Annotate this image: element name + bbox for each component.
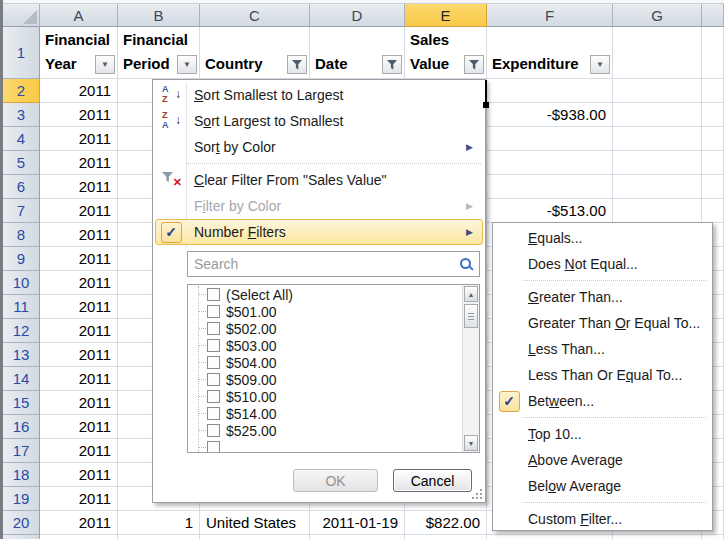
column-header-E[interactable]: E <box>405 4 487 27</box>
menu-item-less-than[interactable]: Less Than... <box>495 336 710 362</box>
row-header-18[interactable]: 18 <box>3 463 40 487</box>
cell-f5[interactable] <box>487 151 613 175</box>
resize-grip[interactable] <box>470 489 482 499</box>
cell-a18[interactable]: 2011 <box>40 463 118 487</box>
value-item-select-all[interactable]: (Select All) <box>188 286 462 303</box>
header-cell-country[interactable]: Country <box>200 27 310 79</box>
row-header-6[interactable]: 6 <box>3 175 40 199</box>
value-item[interactable]: $504.00 <box>188 354 462 371</box>
cell-g6[interactable] <box>613 175 702 199</box>
menu-item-less-than-or-equal-to[interactable]: Less Than Or Equal To... <box>495 362 710 388</box>
value-item[interactable]: $510.00 <box>188 388 462 405</box>
cell-c20[interactable]: United States <box>200 511 310 535</box>
value-item[interactable]: $509.00 <box>188 371 462 388</box>
value-item[interactable]: $503.00 <box>188 337 462 354</box>
header-cell-period[interactable]: FinancialPeriod▼ <box>118 27 200 79</box>
cell-a9[interactable]: 2011 <box>40 247 118 271</box>
row-header-10[interactable]: 10 <box>3 271 40 295</box>
list-scrollbar[interactable]: ▲ ▼ <box>462 285 479 452</box>
scroll-down-button[interactable]: ▼ <box>464 435 478 451</box>
cell-a7[interactable]: 2011 <box>40 199 118 223</box>
cell-e20[interactable]: $822.00 <box>405 511 487 535</box>
cell-a8[interactable]: 2011 <box>40 223 118 247</box>
value-item[interactable]: $525.00 <box>188 422 462 439</box>
cell-g5[interactable] <box>613 151 702 175</box>
menu-item-greater-than[interactable]: Greater Than... <box>495 284 710 310</box>
row-header-17[interactable]: 17 <box>3 439 40 463</box>
dropdown-arrow-button[interactable]: ▼ <box>177 55 197 74</box>
header-cell-empty[interactable] <box>613 27 702 79</box>
cell-a5[interactable]: 2011 <box>40 151 118 175</box>
cell-g2[interactable] <box>613 79 702 103</box>
cell-d20[interactable]: 2011-01-19 <box>310 511 405 535</box>
cell-a16[interactable]: 2011 <box>40 415 118 439</box>
row-header-3[interactable]: 3 <box>3 103 40 127</box>
search-icon[interactable] <box>460 258 471 269</box>
cell-a19[interactable]: 2011 <box>40 487 118 511</box>
cancel-button[interactable]: Cancel <box>393 469 472 492</box>
menu-item-clear-filter[interactable]: ✕Clear Filter From "Sales Value" <box>155 167 483 193</box>
checkbox-unchecked[interactable] <box>207 322 220 335</box>
row-header-12[interactable]: 12 <box>3 319 40 343</box>
menu-item-sort-smallest-to-largest[interactable]: AZ↓Sort Smallest to Largest <box>155 82 483 108</box>
checkbox-unchecked[interactable] <box>207 305 220 318</box>
cell-a14[interactable]: 2011 <box>40 367 118 391</box>
ok-button[interactable]: OK <box>293 469 378 492</box>
cell-a11[interactable]: 2011 <box>40 295 118 319</box>
active-cell-fill-handle[interactable] <box>483 102 489 108</box>
row-header-4[interactable]: 4 <box>3 127 40 151</box>
row-header-partial[interactable] <box>3 535 40 539</box>
column-header-B[interactable]: B <box>118 4 200 27</box>
checkbox-unchecked[interactable] <box>207 407 220 420</box>
search-input[interactable] <box>187 251 480 277</box>
header-cell-value[interactable]: SalesValue <box>405 27 487 79</box>
checkbox-unchecked[interactable] <box>207 356 220 369</box>
column-header-D[interactable]: D <box>310 4 405 27</box>
value-item[interactable]: $514.00 <box>188 405 462 422</box>
scroll-up-button[interactable]: ▲ <box>464 286 478 302</box>
scrollbar-thumb[interactable] <box>464 304 478 328</box>
menu-item-below-average[interactable]: Below Average <box>495 473 710 499</box>
dropdown-arrow-button[interactable]: ▼ <box>590 55 610 74</box>
checkbox-unchecked[interactable] <box>207 373 220 386</box>
menu-item-greater-than-or-equal-to[interactable]: Greater Than Or Equal To... <box>495 310 710 336</box>
cell-a13[interactable]: 2011 <box>40 343 118 367</box>
cell-e[interactable] <box>405 535 487 539</box>
row-header-1[interactable]: 1 <box>3 27 40 79</box>
cell-g3[interactable] <box>613 103 702 127</box>
row-header-16[interactable]: 16 <box>3 415 40 439</box>
menu-item-above-average[interactable]: Above Average <box>495 447 710 473</box>
cell-b[interactable] <box>118 535 200 539</box>
column-header-partial[interactable] <box>702 4 724 27</box>
cell-a17[interactable]: 2011 <box>40 439 118 463</box>
dropdown-arrow-button[interactable]: ▼ <box>95 55 115 74</box>
cell-f2[interactable] <box>487 79 613 103</box>
column-header-C[interactable]: C <box>200 4 310 27</box>
menu-item-between[interactable]: ✓Between... <box>495 388 710 414</box>
row-header-15[interactable]: 15 <box>3 391 40 415</box>
menu-item-filter-by-color[interactable]: Filter by Color▶ <box>155 193 483 219</box>
filter-applied-button[interactable] <box>287 55 307 74</box>
value-item[interactable] <box>188 439 462 452</box>
row-header-7[interactable]: 7 <box>3 199 40 223</box>
menu-item-does-not-equal[interactable]: Does Not Equal... <box>495 251 710 277</box>
cell-f3[interactable]: -$938.00 <box>487 103 613 127</box>
cell-f6[interactable] <box>487 175 613 199</box>
row-header-20[interactable]: 20 <box>3 511 40 535</box>
cell-f4[interactable] <box>487 127 613 151</box>
cell-a6[interactable]: 2011 <box>40 175 118 199</box>
checkbox-unchecked[interactable] <box>207 339 220 352</box>
cell-g[interactable] <box>613 535 702 539</box>
menu-item-sort-largest-to-smallest[interactable]: ZA↓Sort Largest to Smallest <box>155 108 483 134</box>
menu-item-custom-filter[interactable]: Custom Filter... <box>495 506 710 532</box>
checkbox-unchecked[interactable] <box>207 288 220 301</box>
row-header-11[interactable]: 11 <box>3 295 40 319</box>
value-item[interactable]: $502.00 <box>188 320 462 337</box>
column-header-F[interactable]: F <box>487 4 613 27</box>
cell-a[interactable] <box>40 535 118 539</box>
cell-a20[interactable]: 2011 <box>40 511 118 535</box>
header-cell-expenditure[interactable]: Expenditure▼ <box>487 27 613 79</box>
cell-g4[interactable] <box>613 127 702 151</box>
checkbox-unchecked[interactable] <box>207 390 220 403</box>
cell-c[interactable] <box>200 535 310 539</box>
